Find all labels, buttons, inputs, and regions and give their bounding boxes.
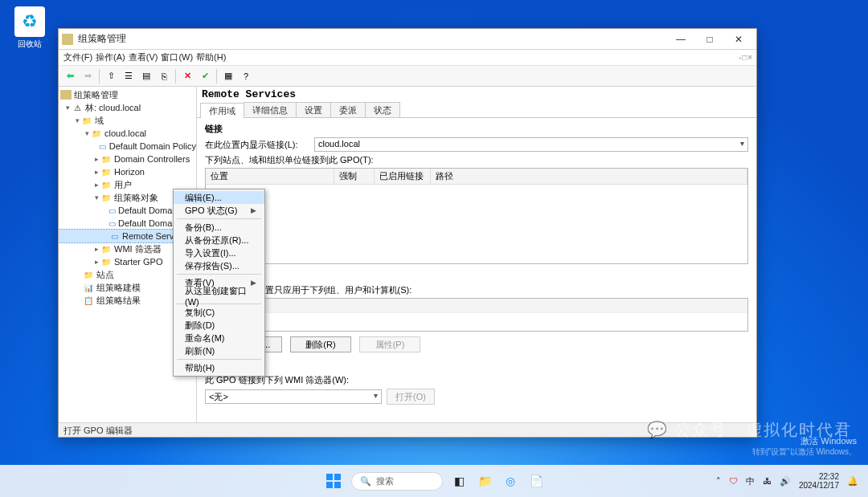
menu-action[interactable]: 操作(A) bbox=[96, 51, 125, 63]
tray-chevron-icon[interactable]: ˄ bbox=[716, 476, 721, 487]
secfilt-label: 此 GPO 内的设置只应用于下列组、用户和计算机(S): bbox=[205, 284, 748, 296]
menu-help[interactable]: 帮助(H) bbox=[196, 51, 226, 63]
ctx-edit[interactable]: 编辑(E)... bbox=[174, 191, 264, 204]
notifications-icon[interactable]: 🔔 bbox=[847, 476, 858, 487]
properties-button: 属性(P) bbox=[359, 336, 420, 352]
ctx-new-window[interactable]: 从这里创建窗口(W) bbox=[174, 289, 264, 302]
taskbar[interactable]: 🔍搜索 ◧ 📁 ◎ 📄 ˄ 🛡 中 🖧 🔊 22:322024/12/17 🔔 bbox=[0, 465, 868, 497]
options-button[interactable]: ✔ bbox=[197, 68, 213, 84]
close-button[interactable]: ✕ bbox=[724, 30, 753, 49]
properties-button[interactable]: ▤ bbox=[138, 68, 154, 84]
forward-button[interactable]: ➡ bbox=[80, 68, 96, 84]
explorer-icon[interactable]: 📁 bbox=[475, 471, 494, 491]
gpo-container-icon: 📁 bbox=[100, 193, 112, 202]
tab-status[interactable]: 状态 bbox=[365, 102, 400, 117]
delete-button[interactable]: ✕ bbox=[179, 68, 195, 84]
wmi-header: WMI 筛选 bbox=[205, 361, 748, 373]
ctx-help[interactable]: 帮助(H) bbox=[174, 361, 264, 374]
links-location-combo[interactable]: cloud.local bbox=[314, 137, 748, 152]
wmi-filter-combo[interactable]: <无> bbox=[205, 389, 382, 404]
tree-domains[interactable]: 域 bbox=[95, 115, 104, 127]
tree-modeling[interactable]: 组策略建模 bbox=[96, 282, 141, 294]
results-icon: 📋 bbox=[83, 295, 94, 305]
tray-security-icon[interactable]: 🛡 bbox=[729, 476, 738, 486]
gpmc-window: 组策略管理 — □ ✕ 文件(F) 操作(A) 查看(V) 窗口(W) 帮助(H… bbox=[58, 28, 757, 438]
gpo-icon: ▭ bbox=[108, 218, 116, 228]
sites-icon: 📁 bbox=[83, 270, 94, 279]
tree-gpo-container[interactable]: 组策略对象 bbox=[114, 192, 158, 204]
details-pane: Remote Services 作用域 详细信息 设置 委派 状态 链接 在此位… bbox=[197, 87, 756, 422]
ctx-delete[interactable]: 删除(D) bbox=[174, 319, 264, 332]
tree-wmi[interactable]: WMI 筛选器 bbox=[114, 243, 162, 255]
tray-ime-icon[interactable]: 中 bbox=[746, 475, 755, 487]
links-note: 下列站点、域和组织单位链接到此 GPO(T): bbox=[205, 154, 748, 166]
modeling-icon: 📊 bbox=[83, 283, 94, 292]
tab-details[interactable]: 详细信息 bbox=[244, 102, 297, 117]
gpo-icon: ▭ bbox=[108, 231, 120, 241]
recycle-icon: ♻ bbox=[14, 6, 45, 37]
gp-root-icon bbox=[60, 90, 72, 100]
tree-domain[interactable]: cloud.local bbox=[104, 128, 146, 138]
app-icon bbox=[62, 34, 73, 45]
minimize-button[interactable]: — bbox=[666, 30, 695, 49]
ctx-restore[interactable]: 从备份还原(R)... bbox=[174, 234, 264, 246]
tree-dc[interactable]: Domain Controllers bbox=[114, 154, 190, 164]
ou-icon: 📁 bbox=[100, 180, 112, 189]
wmi-label: 此 GPO 链接到下列 WMI 筛选器(W): bbox=[205, 374, 748, 386]
tree-users-ou[interactable]: 用户 bbox=[114, 179, 132, 191]
ctx-rename[interactable]: 重命名(M) bbox=[174, 332, 264, 344]
show-tree-button[interactable]: ☰ bbox=[121, 68, 137, 84]
tabs: 作用域 详细信息 设置 委派 状态 bbox=[197, 102, 756, 118]
gpo-icon: ▭ bbox=[108, 206, 116, 215]
tray-network-icon[interactable]: 🖧 bbox=[763, 476, 772, 486]
task-view-icon[interactable]: ◧ bbox=[449, 471, 469, 491]
recycle-bin[interactable]: ♻ 回收站 bbox=[10, 6, 50, 50]
col-location[interactable]: 位置 bbox=[206, 169, 334, 184]
remove-button[interactable]: 删除(R) bbox=[290, 336, 351, 352]
tray-volume-icon[interactable]: 🔊 bbox=[780, 476, 791, 487]
tree-ddp[interactable]: Default Domain Policy bbox=[109, 141, 196, 151]
tree-horizon[interactable]: Horizon bbox=[114, 167, 145, 177]
tree-sites[interactable]: 站点 bbox=[96, 269, 114, 281]
help-icon[interactable]: ? bbox=[238, 68, 254, 84]
maximize-button[interactable]: □ bbox=[695, 30, 724, 49]
wmi-icon: 📁 bbox=[100, 244, 112, 254]
titlebar[interactable]: 组策略管理 — □ ✕ bbox=[59, 29, 756, 50]
links-listbox[interactable]: 位置 强制 已启用链接 路径 bbox=[205, 168, 748, 264]
tree-forest[interactable]: 林: cloud.local bbox=[85, 102, 141, 114]
refresh-button[interactable]: ▦ bbox=[220, 68, 236, 84]
ctx-import[interactable]: 导入设置(I)... bbox=[174, 246, 264, 259]
menubar: 文件(F) 操作(A) 查看(V) 窗口(W) 帮助(H) - □ × bbox=[59, 50, 756, 66]
taskbar-search[interactable]: 🔍搜索 bbox=[351, 472, 443, 491]
edge-icon[interactable]: ◎ bbox=[501, 471, 520, 491]
up-button[interactable]: ⇧ bbox=[103, 68, 119, 84]
ctx-gpo-status[interactable]: GPO 状态(G)▶ bbox=[174, 204, 264, 217]
ctx-refresh[interactable]: 刷新(N) bbox=[174, 344, 264, 357]
pane-title: Remote Services bbox=[197, 87, 756, 102]
tree-results[interactable]: 组策略结果 bbox=[96, 295, 141, 307]
tab-settings[interactable]: 设置 bbox=[296, 102, 331, 117]
menu-file[interactable]: 文件(F) bbox=[63, 51, 92, 63]
col-enabled[interactable]: 已启用链接 bbox=[375, 169, 431, 184]
mdi-controls[interactable]: - □ × bbox=[739, 53, 751, 62]
tab-scope[interactable]: 作用域 bbox=[200, 103, 244, 118]
col-path[interactable]: 路径 bbox=[431, 169, 747, 184]
ctx-copy[interactable]: 复制(C) bbox=[174, 306, 264, 319]
tree-root[interactable]: 组策略管理 bbox=[74, 89, 118, 101]
secfilt-listbox[interactable]: 名称 rs bbox=[205, 298, 748, 332]
tab-delegation[interactable]: 委派 bbox=[330, 102, 366, 117]
secfilt-col: 名称 bbox=[206, 299, 747, 313]
copy-button[interactable]: ⎘ bbox=[156, 68, 172, 84]
ctx-savereport[interactable]: 保存报告(S)... bbox=[174, 259, 264, 272]
col-force[interactable]: 强制 bbox=[334, 169, 375, 184]
back-button[interactable]: ⬅ bbox=[62, 68, 78, 84]
ctx-backup[interactable]: 备份(B)... bbox=[174, 221, 264, 234]
menu-window[interactable]: 窗口(W) bbox=[161, 51, 193, 63]
app-icon[interactable]: 📄 bbox=[526, 471, 546, 491]
start-button[interactable] bbox=[322, 470, 345, 492]
starter-icon: 📁 bbox=[100, 257, 112, 267]
context-menu: 编辑(E)... GPO 状态(G)▶ 备份(B)... 从备份还原(R)...… bbox=[173, 189, 265, 377]
menu-view[interactable]: 查看(V) bbox=[129, 51, 158, 63]
tree-starter[interactable]: Starter GPO bbox=[114, 257, 163, 267]
taskbar-clock[interactable]: 22:322024/12/17 bbox=[799, 472, 839, 490]
